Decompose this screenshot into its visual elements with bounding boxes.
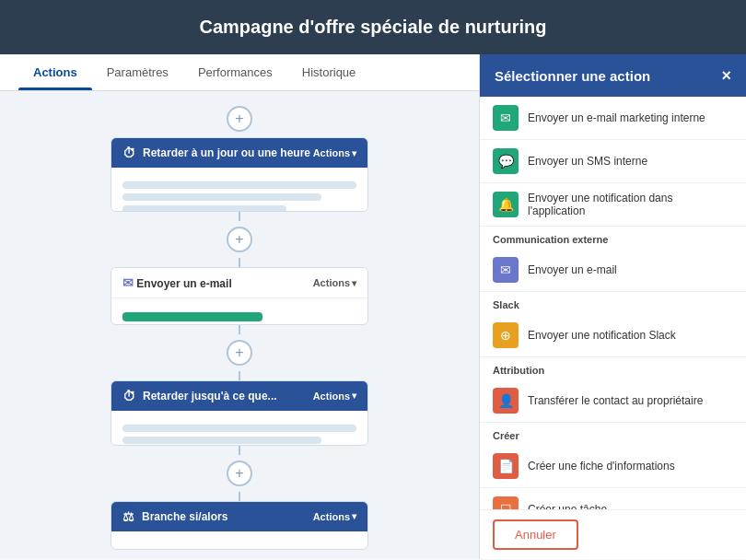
bell-internal-icon: 🔔 — [493, 192, 519, 217]
right-panel-title: Sélectionner une action — [495, 68, 650, 84]
card-actions-btn-delay2[interactable]: Actions — [313, 391, 356, 402]
card-title-branch1: Branche si/alors — [142, 510, 227, 523]
card-body-branch1 — [111, 531, 367, 550]
action-item-email-external[interactable]: ✉ Envoyer un e-mail — [480, 249, 746, 292]
connector — [239, 212, 240, 221]
card-line — [122, 437, 321, 444]
card-title-email1: Envoyer un e-mail — [136, 277, 231, 290]
card-body-email1 — [111, 298, 367, 324]
card-title-delay2: Retarder jusqu'à ce que... — [143, 390, 277, 402]
branch-icon: ⚖ — [122, 509, 134, 524]
action-item-notif-internal[interactable]: 🔔 Envoyer une notification dans l'applic… — [480, 183, 746, 227]
action-label-create-record: Créer une fiche d'informations — [528, 460, 675, 472]
action-label-email-internal: Envoyer un e-mail marketing interne — [528, 111, 705, 124]
card-line — [122, 181, 356, 189]
add-step-button-top[interactable]: + — [227, 106, 252, 132]
workflow-card-branch1: ⚖ Branche si/alors Actions — [111, 501, 368, 550]
card-header-branch1: ⚖ Branche si/alors Actions — [111, 502, 367, 531]
action-label-sms-internal: Envoyer un SMS interne — [528, 155, 647, 168]
card-header-delay1: ⏱ Retarder à un jour ou une heure Action… — [111, 138, 367, 168]
right-panel: Sélectionner une action × ✉ Envoyer un e… — [479, 54, 746, 559]
tab-parametres[interactable]: Paramètres — [92, 54, 183, 90]
card-line-green — [122, 312, 262, 321]
hourglass-icon-2: ⏱ — [122, 389, 135, 403]
card-line — [122, 425, 356, 432]
email-internal-icon: ✉ — [493, 105, 519, 131]
section-header-attribution: Attribution — [480, 357, 746, 379]
workflow-area: + ⏱ Retarder à un jour ou une heure Acti… — [0, 91, 479, 559]
card-body-delay1 — [111, 168, 367, 212]
action-item-slack[interactable]: ⊕ Envoyer une notification Slack — [480, 314, 746, 357]
cancel-button[interactable]: Annuler — [493, 519, 578, 550]
tab-performances[interactable]: Performances — [183, 54, 287, 90]
card-actions-btn-delay1[interactable]: Actions — [313, 147, 356, 158]
email-icon: ✉ — [122, 275, 134, 290]
action-item-create-task[interactable]: ☐ Créer une tâche — [480, 488, 746, 509]
card-line — [122, 193, 321, 201]
connector — [239, 258, 240, 267]
card-title-area: ⏱ Retarder jusqu'à ce que... — [122, 389, 277, 403]
add-step-button-3[interactable]: + — [227, 340, 252, 366]
section-header-external: Communication externe — [480, 227, 746, 249]
connector — [239, 446, 240, 455]
card-actions-btn-branch1[interactable]: Actions — [313, 511, 356, 522]
card-body-delay2 — [111, 411, 367, 446]
card-header-email1: ✉ Envoyer un e-mail Actions — [111, 268, 367, 298]
card-actions-btn-email1[interactable]: Actions — [313, 277, 356, 288]
action-label-notif-internal: Envoyer une notification dans l'applicat… — [528, 192, 733, 217]
task-icon: ☐ — [493, 496, 519, 509]
action-label-transfer: Transférer le contact au propriétaire — [528, 394, 703, 407]
connector — [239, 371, 240, 380]
card-line — [122, 205, 286, 212]
sms-internal-icon: 💬 — [493, 148, 519, 174]
slack-icon: ⊕ — [493, 322, 519, 348]
hourglass-icon: ⏱ — [122, 146, 135, 160]
workflow-card-email1: ✉ Envoyer un e-mail Actions — [111, 267, 368, 324]
right-panel-content: ✉ Envoyer un e-mail marketing interne 💬 … — [480, 97, 746, 509]
left-panel: Actions Paramètres Performances Historiq… — [0, 54, 479, 559]
connector — [239, 325, 240, 334]
action-item-sms-internal[interactable]: 💬 Envoyer un SMS interne — [480, 140, 746, 183]
connector — [239, 492, 240, 501]
action-item-create-record[interactable]: 📄 Créer une fiche d'informations — [480, 445, 746, 488]
section-header-slack: Slack — [480, 292, 746, 314]
workflow-card-delay1: ⏱ Retarder à un jour ou une heure Action… — [111, 137, 368, 212]
right-panel-footer: Annuler — [480, 509, 746, 559]
card-title-area: ✉ Envoyer un e-mail — [122, 275, 232, 290]
card-title-delay1: Retarder à un jour ou une heure — [143, 146, 310, 159]
action-label-email-external: Envoyer un e-mail — [528, 263, 617, 276]
right-panel-header: Sélectionner une action × — [480, 54, 746, 97]
action-label-slack: Envoyer une notification Slack — [528, 329, 676, 342]
workflow-card-delay2: ⏱ Retarder jusqu'à ce que... Actions — [111, 380, 368, 446]
card-title-area: ⏱ Retarder à un jour ou une heure — [122, 146, 310, 160]
tab-historique[interactable]: Historique — [287, 54, 371, 90]
email-external-icon: ✉ — [493, 257, 519, 283]
close-button[interactable]: × — [721, 67, 731, 84]
tab-actions[interactable]: Actions — [18, 54, 92, 90]
tab-bar: Actions Paramètres Performances Historiq… — [0, 54, 479, 91]
action-item-email-internal[interactable]: ✉ Envoyer un e-mail marketing interne — [480, 97, 746, 140]
page-title: Campagne d'offre spéciale de nurturing — [0, 0, 746, 54]
section-header-creer: Créer — [480, 423, 746, 445]
person-icon: 👤 — [493, 388, 519, 414]
file-icon: 📄 — [493, 453, 519, 479]
card-header-delay2: ⏱ Retarder jusqu'à ce que... Actions — [111, 381, 367, 411]
action-item-transfer[interactable]: 👤 Transférer le contact au propriétaire — [480, 379, 746, 423]
add-step-button-4[interactable]: + — [227, 461, 252, 486]
action-label-create-task: Créer une tâche — [528, 503, 607, 509]
card-title-area: ⚖ Branche si/alors — [122, 509, 227, 524]
add-step-button-2[interactable]: + — [227, 227, 252, 252]
